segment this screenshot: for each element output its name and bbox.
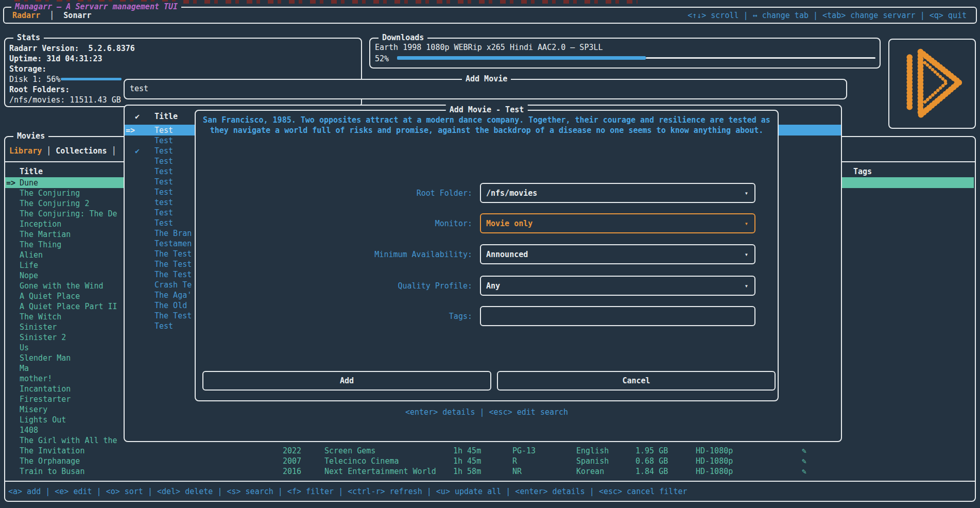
add-movie-search-panel: Add Movie test [124,79,847,99]
results-title-header: Title [154,111,178,122]
table-row: 2016Next Entertainment World1h 58mNRKore… [0,466,980,477]
result-row[interactable]: Test [154,136,173,146]
library-help-separator [5,481,975,482]
movie-list-item[interactable]: Incantation [20,384,71,394]
add-movie-search-title: Add Movie [462,74,511,84]
movie-list-item[interactable]: The Conjuring 2 [20,198,89,209]
result-row[interactable]: Test [154,218,173,228]
movies-panel-title: Movies [13,131,48,141]
movie-list-item[interactable]: Slender Man [20,353,71,363]
chevron-down-icon[interactable]: ▾ [745,281,748,291]
result-row[interactable]: Testamen [154,239,192,249]
movie-list-item[interactable]: Misery [20,404,47,415]
download-progress-fill [397,56,646,60]
movie-list-item[interactable]: mother! [20,374,52,384]
movie-list-item[interactable]: Ma [20,363,29,374]
result-row[interactable]: Test [154,146,173,156]
movie-list-item[interactable]: The Conjuring: The De [20,209,117,219]
movie-list-item[interactable]: Nope [20,270,38,281]
stats-rootfolders-label: Root Folders: [9,84,70,95]
results-help-text: <enter> details | <esc> edit search [405,407,568,417]
movie-list-item[interactable]: A Quiet Place [20,291,80,301]
result-row[interactable]: Test [154,321,173,331]
movie-list-item[interactable]: The Witch [20,312,61,322]
movie-list-item[interactable]: Lights Out [20,415,66,425]
result-row[interactable]: Test [154,187,173,197]
chevron-down-icon[interactable]: ▾ [745,218,748,229]
library-tabs: Library │ Collections │ [9,146,121,156]
movie-studio-cell: Screen Gems [324,446,375,456]
movie-list-item[interactable]: The Conjuring [20,188,80,198]
movie-list-item[interactable]: Gone with the Wind [20,281,104,291]
stats-rootfolder-value: /nfs/movies: 11511.43 GB [9,95,121,105]
search-input[interactable]: test [130,83,148,94]
result-row[interactable]: The Aga' [154,290,192,300]
movie-list-item[interactable]: The Thing [20,240,61,250]
stats-disk-line: Disk 1: 56% [9,74,60,84]
result-row[interactable]: Test [154,177,173,187]
movie-list-item[interactable]: Life [20,260,38,270]
disk-usage-gauge [61,78,122,80]
movie-list-item[interactable]: Sinister [20,322,57,332]
movie-size-cell: 1.84 GB [635,466,668,477]
movie-studio-cell: Next Entertainment World [324,466,436,477]
edit-pencil-icon[interactable]: ✎ [802,446,806,456]
movie-list-item[interactable]: The Martian [20,229,71,240]
movie-list-item[interactable]: Inception [20,219,61,229]
result-row[interactable]: The Bran [154,228,192,239]
result-row[interactable]: The Test [154,249,192,259]
result-row[interactable]: Test [154,166,173,177]
library-tab-collections[interactable]: Collections [56,146,107,156]
result-row[interactable]: The Test [154,269,192,280]
movie-language-cell: Spanish [576,456,609,466]
dropdown-monitor[interactable]: Movie only▾ [480,213,755,233]
dropdown-minimum-availability[interactable]: Announced▾ [480,244,755,264]
movie-row-selected-marker: => [6,178,15,188]
movie-list-item[interactable]: A Quiet Place Part II [20,301,117,312]
cancel-button[interactable]: Cancel [497,371,776,391]
stats-version-line: Radarr Version: 5.2.6.8376 [9,43,135,54]
result-row[interactable]: Test [154,208,173,218]
movie-year-cell: 2022 [283,446,301,456]
titlebar-help-text: <↑↓> scroll | ↔ change tab | <tab> chang… [687,10,967,21]
result-row[interactable]: Test [154,125,173,136]
movie-size-cell: 0.68 GB [635,456,668,466]
edit-pencil-icon[interactable]: ✎ [802,456,806,466]
result-row[interactable]: The Old [154,300,187,311]
result-row[interactable]: Crash Te [154,280,192,290]
field-value-quality-profile: Any [486,281,500,291]
add-button[interactable]: Add [202,371,491,391]
result-row[interactable]: The Test [154,311,192,321]
chevron-down-icon[interactable]: ▾ [745,249,748,260]
download-progress-track [646,57,875,59]
field-label-minimum-availability: Minimum Availability: [289,249,472,260]
tab-separator: │ [42,146,56,156]
movie-list-item[interactable]: Firestarter [20,394,71,404]
movie-list-item[interactable]: Alien [20,250,43,260]
stats-panel-title: Stats [13,32,44,43]
servarr-tab-sonarr[interactable]: Sonarr [63,11,91,20]
movie-runtime-cell: 1h 45m [453,446,481,456]
library-tab-library[interactable]: Library [9,146,42,156]
movie-list-item[interactable]: Us [20,343,29,353]
library-title-header: Title [20,166,43,177]
cancel-button-label: Cancel [622,376,650,386]
servarr-tab-radarr[interactable]: Radarr [12,11,40,20]
movie-runtime-cell: 1h 45m [453,456,481,466]
movie-list-item[interactable]: The Girl with All the [20,435,117,446]
downloads-panel: Downloads Earth 1998 1080p WEBRip x265 H… [369,38,881,69]
result-row[interactable]: test [154,197,173,208]
dropdown-root-folder[interactable]: /nfs/movies▾ [480,183,755,203]
result-row[interactable]: The Test [154,259,192,269]
movie-list-item[interactable]: Sinister 2 [20,332,66,343]
library-help-text: <a> add | <e> edit | <o> sort | <del> de… [8,486,687,497]
edit-pencil-icon[interactable]: ✎ [802,466,806,477]
dropdown-quality-profile[interactable]: Any▾ [480,276,755,296]
movie-list-item[interactable]: Dune [20,178,38,188]
movie-quality-cell: HD-1080p [696,446,733,456]
result-row[interactable]: Test [154,156,173,166]
input-tags[interactable] [480,306,755,326]
movie-list-item[interactable]: 1408 [20,425,38,435]
title-bar: Managarr – A Servarr management TUI Rada… [3,7,977,24]
chevron-down-icon[interactable]: ▾ [745,188,748,198]
